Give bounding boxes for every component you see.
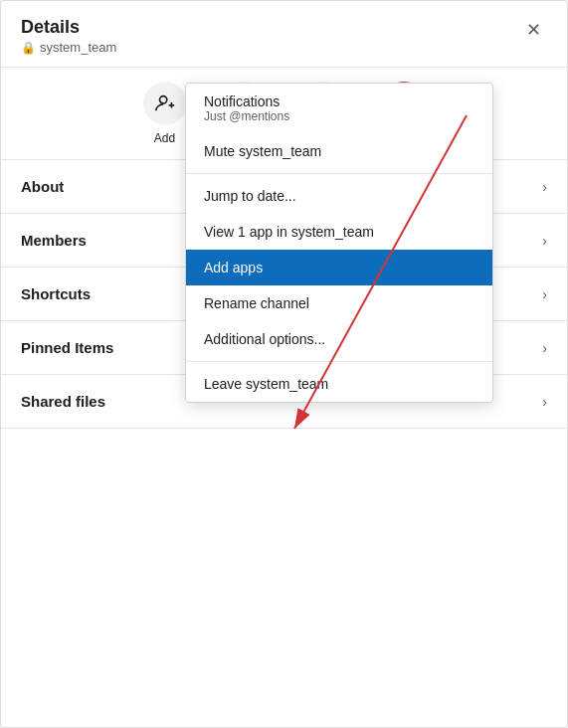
- add-label: Add: [154, 131, 175, 145]
- dropdown-divider-1: [186, 173, 492, 174]
- add-apps-label: Add apps: [204, 260, 263, 275]
- view-app-label: View 1 app in system_team: [204, 224, 374, 240]
- lock-icon: 🔒: [21, 41, 36, 55]
- panel-subtitle: 🔒 system_team: [21, 40, 116, 55]
- subtitle-text: system_team: [40, 40, 116, 55]
- dropdown-rename[interactable]: Rename channel: [186, 285, 492, 321]
- rename-label: Rename channel: [204, 295, 309, 311]
- jump-label: Jump to date...: [204, 188, 296, 204]
- chevron-icon: ›: [542, 179, 547, 195]
- additional-label: Additional options...: [204, 331, 325, 347]
- chevron-icon: ›: [542, 286, 547, 302]
- dropdown-notifications[interactable]: Notifications Just @mentions: [186, 84, 492, 133]
- dropdown-leave[interactable]: Leave system_team: [186, 366, 492, 402]
- leave-label: Leave system_team: [204, 376, 328, 392]
- dropdown-divider-2: [186, 361, 492, 362]
- panel-title: Details: [21, 17, 116, 38]
- notifications-label: Notifications: [204, 93, 474, 109]
- mute-label: Mute system_team: [204, 143, 321, 159]
- header-title-area: Details 🔒 system_team: [21, 17, 116, 55]
- close-icon: ✕: [526, 20, 541, 40]
- chevron-icon: ›: [542, 233, 547, 249]
- dropdown-view-app[interactable]: View 1 app in system_team: [186, 214, 492, 250]
- dropdown-mute[interactable]: Mute system_team: [186, 133, 492, 169]
- dropdown-add-apps[interactable]: Add apps: [186, 250, 492, 285]
- more-dropdown: Notifications Just @mentions Mute system…: [185, 83, 493, 403]
- notifications-sublabel: Just @mentions: [204, 109, 474, 123]
- chevron-icon: ›: [542, 394, 547, 410]
- chevron-icon: ›: [542, 340, 547, 356]
- add-member-icon: [143, 82, 187, 125]
- close-button[interactable]: ✕: [520, 17, 547, 43]
- dropdown-additional[interactable]: Additional options...: [186, 321, 492, 357]
- dropdown-jump[interactable]: Jump to date...: [186, 178, 492, 214]
- details-panel: Details 🔒 system_team ✕ Add: [0, 0, 568, 728]
- svg-point-0: [159, 96, 166, 103]
- panel-header: Details 🔒 system_team ✕: [1, 1, 567, 68]
